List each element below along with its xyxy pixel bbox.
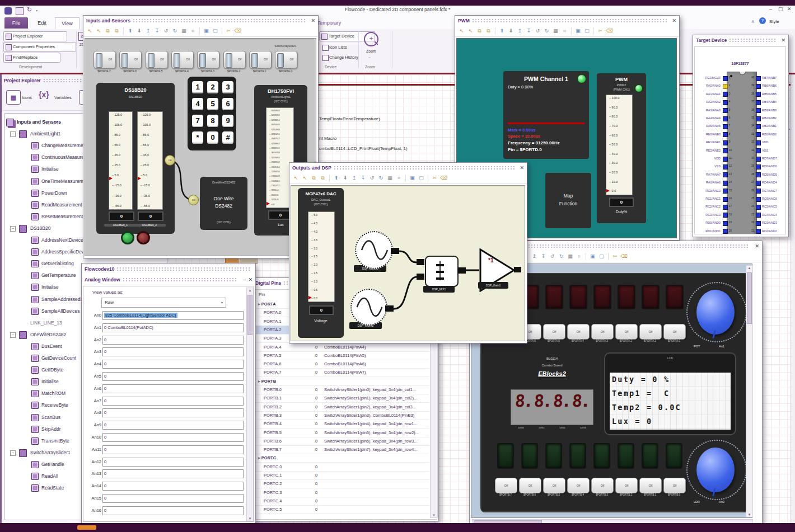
- pin-row-PORTC.2[interactable]: PORTC.20: [255, 479, 429, 488]
- toggle-switch-$PORTA.1[interactable]: Off: [249, 51, 272, 69]
- portb-switch-4[interactable]: Off: [591, 478, 614, 493]
- scroll-down-icon[interactable]: ▼: [247, 517, 253, 520]
- porta-switch-6[interactable]: Off: [639, 324, 662, 340]
- toolbar-cursor-icon[interactable]: ↖: [458, 27, 465, 35]
- toolbar-group-icon[interactable]: ▣: [574, 27, 582, 35]
- toggle-switch-$PORTA.2[interactable]: Off: [223, 51, 246, 69]
- pin-row-PORTA.5[interactable]: PORTA.50ComboBL0114(PinA5): [255, 351, 429, 360]
- tab-view[interactable]: View: [55, 17, 80, 29]
- slider-marker[interactable]: [138, 177, 141, 180]
- pin-row-PORTC.1[interactable]: PORTC.10: [255, 471, 429, 480]
- analog-row-value-box[interactable]: 0: [102, 384, 244, 393]
- mcp-value[interactable]: 0: [309, 305, 334, 315]
- pin-row-PORTB.6[interactable]: PORTB.60SwitchArraySlider1(pin6), keypad…: [255, 437, 429, 446]
- project-explorer-button[interactable]: Project Explorer: [3, 31, 67, 41]
- pin-row-PORTB.0[interactable]: PORTB.00SwitchArraySlider1(pin0), keypad…: [255, 385, 429, 394]
- portb-switch-7[interactable]: Off: [663, 478, 686, 493]
- toolbar-delete-icon[interactable]: ⌫: [440, 175, 447, 182]
- board-vscrollbar[interactable]: ▲ ▼: [746, 265, 753, 517]
- analog-row-value-box[interactable]: 0: [102, 347, 244, 356]
- toolbar-lower-icon[interactable]: ↧: [525, 27, 532, 35]
- toolbar-rotate-cw-icon[interactable]: ↻: [558, 253, 565, 260]
- dsp-wave2-node[interactable]: [350, 289, 387, 326]
- toolbar-raise-icon[interactable]: ↥: [144, 27, 152, 35]
- main-vscrollbar[interactable]: [791, 74, 795, 524]
- pin-row-PORTA.4[interactable]: PORTA.40ComboBL0114(PinA4): [255, 343, 429, 352]
- pin-row-PORTB.1[interactable]: PORTB.10SwitchArraySlider1(pin1), keypad…: [255, 394, 429, 403]
- toolbar-grid-icon[interactable]: ▦: [180, 27, 188, 35]
- toolbar-delete-icon[interactable]: ⌫: [620, 253, 628, 260]
- maximize-button[interactable]: ▢: [778, 6, 783, 12]
- toggle-switch-$PORTA.4[interactable]: Off: [171, 51, 194, 69]
- port-group-PORTC[interactable]: ▸ PORTC: [255, 454, 429, 463]
- toolbar-paste-icon[interactable]: ⧉: [113, 27, 120, 35]
- tree-expander[interactable]: −: [10, 226, 16, 232]
- close-button[interactable]: ✕: [787, 6, 792, 12]
- pin-row-PORTB.2[interactable]: PORTB.20SwitchArraySlider1(pin2), keypad…: [255, 403, 429, 412]
- mcp-voltage-slider[interactable]: ‒ 5.0‒ 4.5‒ 4.0‒ 3.5‒ 3.0‒ 2.5‒ 2.0‒ 1.5…: [308, 211, 335, 302]
- toolbar-grid-icon[interactable]: ▦: [386, 175, 394, 182]
- toolbar-rotate-ccw-icon[interactable]: ↺: [549, 253, 556, 260]
- keypad-key-8[interactable]: 8: [207, 115, 218, 127]
- ldr-knob[interactable]: [696, 448, 735, 492]
- pot-knob[interactable]: [696, 290, 735, 335]
- toolbar-grid-icon[interactable]: ▦: [552, 27, 559, 35]
- scroll-down-icon[interactable]: ▼: [746, 513, 752, 516]
- toolbar-cursor-icon[interactable]: ↖: [86, 27, 93, 35]
- onewire-bus-port[interactable]: 1W: [165, 155, 175, 166]
- toolbar-cut-icon[interactable]: ✂: [611, 253, 619, 260]
- toolbar-cut-icon[interactable]: ✂: [225, 27, 232, 35]
- save-icon[interactable]: [16, 7, 24, 15]
- ds18b20-value-1[interactable]: 0: [109, 211, 134, 221]
- toolbar-bring-front-icon[interactable]: ⬆: [498, 27, 506, 35]
- toolbar-cursor-add-icon[interactable]: ↖: [95, 27, 102, 35]
- analog-row-value-box[interactable]: 0: [102, 433, 244, 442]
- toggle-switch-$PORTA.6[interactable]: Off: [119, 51, 142, 69]
- onewire-port[interactable]: 1W: [188, 195, 199, 205]
- toolbar-send-back-icon[interactable]: ⬇: [135, 27, 143, 35]
- analog-row-value-box[interactable]: 0 ComboBL0114(PotADC): [102, 323, 244, 332]
- portb-switch-3[interactable]: Off: [567, 478, 590, 493]
- keypad-key-7[interactable]: 7: [192, 115, 203, 127]
- keypad-key-9[interactable]: 9: [222, 115, 233, 127]
- toolbar-send-back-icon[interactable]: ⬇: [507, 27, 515, 35]
- slider-marker[interactable]: [606, 189, 610, 192]
- toolbar-align-icon[interactable]: ⌗: [561, 27, 568, 35]
- close-icon[interactable]: ✕: [779, 37, 785, 43]
- toolbar-lower-icon[interactable]: ↧: [153, 27, 161, 35]
- toolbar-cut-icon[interactable]: ✂: [431, 175, 438, 182]
- flowcode-frame-titlebar[interactable]: Flowcodev10: [82, 263, 255, 274]
- analog-row-value-box[interactable]: 0: [102, 458, 244, 467]
- toolbar-send-back-icon[interactable]: ⬇: [342, 175, 349, 182]
- toolbar-cursor-icon[interactable]: ↖: [292, 175, 300, 182]
- toolbar-rotate-cw-icon[interactable]: ↻: [377, 175, 385, 182]
- slider-marker[interactable]: [266, 202, 270, 205]
- analog-row-value-box[interactable]: 0: [102, 482, 244, 491]
- keypad-key-4[interactable]: 4: [192, 98, 203, 110]
- toolbar-raise-icon[interactable]: ↥: [531, 253, 538, 260]
- analog-row-value-box[interactable]: 0: [102, 469, 244, 478]
- keypad-key-2[interactable]: 2: [207, 81, 218, 93]
- toolbar-group-icon[interactable]: ▣: [589, 253, 596, 260]
- minimize-button[interactable]: –: [769, 6, 772, 12]
- close-icon[interactable]: ✕: [752, 243, 759, 249]
- porta-switch-2[interactable]: Off: [543, 324, 565, 340]
- toolbar-raise-icon[interactable]: ↥: [516, 27, 523, 35]
- scroll-thumb[interactable]: [247, 295, 252, 335]
- toolbar-delete-icon[interactable]: ⌫: [234, 27, 241, 35]
- icons-tab-label[interactable]: Icons: [22, 95, 32, 100]
- ds18b20-stop-button[interactable]: [137, 231, 150, 244]
- find-replace-button[interactable]: Find/Replace: [3, 53, 60, 63]
- change-history-toggle[interactable]: Change History: [321, 54, 358, 62]
- tab-edit[interactable]: Edit: [30, 17, 54, 29]
- portb-switch-5[interactable]: Off: [615, 478, 638, 493]
- toolbar-cursor-add-icon[interactable]: ↖: [301, 175, 308, 182]
- toolbar-bring-front-icon[interactable]: ⬆: [127, 27, 134, 35]
- analog-row-value-box[interactable]: 0: [102, 421, 244, 430]
- ds18b20-slider-1[interactable]: ‒ 125.0‒ 105.0‒ 85.0‒ 65.0‒ 45.0‒ 25.0‒ …: [109, 111, 133, 210]
- tree-expander[interactable]: −: [10, 450, 16, 456]
- toolbar-rotate-ccw-icon[interactable]: ↺: [162, 27, 170, 35]
- keypad-key-1[interactable]: 1: [192, 81, 203, 93]
- close-icon[interactable]: ✕: [246, 277, 252, 283]
- port-group-PORTB[interactable]: ▸ PORTB: [255, 377, 429, 386]
